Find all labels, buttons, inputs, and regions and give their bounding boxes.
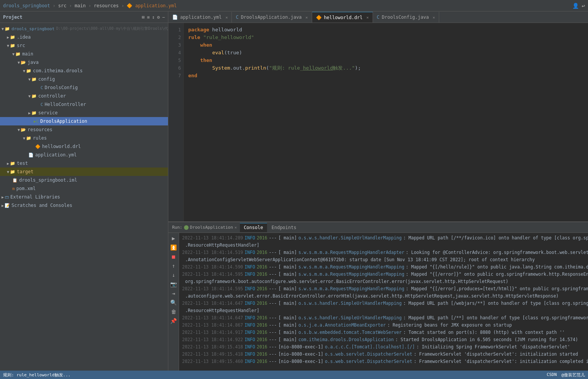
minimize-icon[interactable]: −	[162, 15, 165, 20]
top-bar: drools_springboot › src › main › resourc…	[0, 0, 588, 11]
config-label: config	[38, 76, 55, 82]
tree-item-extlibs[interactable]: ▶ 🗃 External Libraries	[0, 193, 168, 201]
chevron-icon: ▼	[28, 77, 31, 81]
sidebar: Project ⊞ ≡ ↕ ⚙ − ▼ 📁 drools_springboot …	[0, 11, 168, 371]
chevron-icon: ▶	[7, 35, 9, 39]
tab-droolsconfig[interactable]: C DroolsConfig.java ✕	[373, 12, 439, 23]
tree-item-service[interactable]: ▶ 📁 service	[0, 109, 168, 117]
applicationyml-close-button[interactable]: ✕	[225, 15, 228, 20]
tree-item-droolsconfig[interactable]: C DroolsConfig	[0, 83, 168, 92]
breadcrumb-main[interactable]: main	[75, 3, 86, 8]
breadcrumb-project[interactable]: drools_springboot	[3, 3, 50, 8]
sidebar-title: Project	[3, 15, 23, 20]
endpoints-tab-label: Endpoints	[272, 225, 296, 230]
console-body: ▶ ⏫ ■ ↑ ↓ 📷 ⇥ 🔍 🗑 📌 2022-11-13 18:41:14.…	[168, 233, 588, 371]
helloworld-close-button[interactable]: ✕	[366, 15, 369, 20]
back-icon[interactable]: ↩	[582, 3, 585, 9]
code-line-1: package helloworld	[188, 26, 583, 34]
breadcrumb-src[interactable]: src	[58, 3, 67, 8]
log-line-3: 2022-11-13 18:41:14.590 INFO 2016 --- [ …	[182, 264, 585, 271]
log-line-13: 2022-11-13 18:49:15.460 INFO 2016 --- [n…	[182, 358, 585, 365]
console-tab-label: Console	[244, 225, 263, 230]
stop-button[interactable]: ■	[170, 253, 178, 260]
service-label: service	[38, 110, 58, 115]
extlibs-label: External Libraries	[10, 194, 60, 200]
resume-button[interactable]: ⏫	[170, 244, 178, 251]
sidebar-header: Project ⊞ ≡ ↕ ⚙ −	[0, 11, 168, 23]
log-line-4b: org.springframework.boot.autoconfigure.w…	[182, 278, 585, 285]
collapse-icon[interactable]: ≡	[147, 15, 150, 20]
tree-item-config[interactable]: ▼ 📁 config	[0, 75, 168, 83]
profile-icon[interactable]: 👤	[572, 3, 579, 9]
resources-label: resources	[28, 127, 52, 132]
droolsconfig-close-button[interactable]: ✕	[433, 15, 435, 20]
pom-label: pom.xml	[16, 186, 36, 191]
clear-button[interactable]: 🗑	[170, 308, 178, 316]
app-run-name: DroolsApplication	[190, 225, 233, 230]
tree-item-controller[interactable]: ▼ 📁 controller	[0, 92, 168, 100]
tree-item-java[interactable]: ▼ 📂 java	[0, 58, 168, 67]
log-line-6b: .ResourceHttpRequestHandler]	[182, 307, 585, 314]
iml-icon: 📋	[12, 178, 18, 183]
breadcrumb-resources[interactable]: resources	[94, 3, 119, 8]
tree-item-resources[interactable]: ▼ 📂 resources	[0, 125, 168, 134]
app-run-icon	[184, 225, 189, 230]
project-folder-icon: 📁	[5, 26, 10, 31]
breadcrumb-file[interactable]: 🔶 application.yml	[127, 3, 177, 8]
java-label: java	[28, 60, 39, 65]
rerun-button[interactable]: ▶	[170, 234, 178, 242]
code-editor: 1 2 3 4 5 6 7 package helloworld rule "r…	[168, 23, 588, 221]
tree-item-idea[interactable]: ▶ 📁 .idea	[0, 33, 168, 41]
droolsapp-tab-icon: C	[236, 15, 238, 20]
sort-icon[interactable]: ↕	[152, 15, 155, 20]
tree-item-main[interactable]: ▼ 📁 main	[0, 50, 168, 58]
wrap-button[interactable]: ⇥	[170, 290, 178, 297]
main-label: main	[22, 51, 33, 57]
scroll-down-button[interactable]: ↓	[170, 271, 178, 279]
helloworld-tab-icon: 🔶	[316, 15, 322, 20]
tree-item-scratches[interactable]: ▶ 📝 Scratches and Consoles	[0, 201, 168, 210]
tree-item-rules[interactable]: ▼ 📁 rules	[0, 134, 168, 142]
tab-droolsapp[interactable]: C DroolsApplication.java ✕	[232, 12, 312, 23]
code-line-5: then	[188, 57, 583, 64]
console-output[interactable]: 2022-11-13 18:41:14.289 INFO 2016 --- [ …	[179, 233, 588, 371]
tree-item-iml[interactable]: 📋 drools_springboot.iml	[0, 176, 168, 184]
tree-item-hellocontroller[interactable]: C HelloController	[0, 100, 168, 109]
settings-icon[interactable]: ⚙	[157, 15, 160, 20]
rules-label: rules	[33, 135, 47, 141]
log-line-2b: .AnnotationConfigServletWebServerApplica…	[182, 256, 585, 264]
filter-button[interactable]: 🔍	[170, 299, 178, 306]
helloworld-drl-label: helloworld.drl	[42, 144, 81, 149]
tree-item-target[interactable]: ▼ 📁 target	[0, 168, 168, 176]
tree-item-com[interactable]: ▼ 📁 com.itheima.drools	[0, 67, 168, 75]
droolsconfig-tab-label: DroolsConfig.java	[382, 15, 429, 20]
service-folder-icon: 📁	[31, 111, 37, 115]
tree-item-droolsapp[interactable]: ▶C DroolsApplication	[0, 117, 168, 125]
chevron-icon: ▼	[7, 170, 9, 174]
tree-item-pom[interactable]: m pom.xml	[0, 184, 168, 193]
log-line-7: 2022-11-13 18:41:14.647 INFO 2016 --- [ …	[182, 314, 585, 322]
tree-item-helloworld-drl[interactable]: 🔶 helloworld.drl	[0, 142, 168, 151]
run-close-icon[interactable]: ✕	[235, 225, 237, 229]
tab-helloworld[interactable]: 🔶 helloworld.drl ✕	[312, 12, 373, 23]
tab-applicationyml[interactable]: 📄 application.yml ✕	[168, 12, 232, 23]
tree-item-root[interactable]: ▼ 📁 drools_springboot D:\00-projects\000…	[0, 24, 168, 33]
tree-item-src[interactable]: ▼ 📁 src	[0, 41, 168, 50]
tree-item-application-yml[interactable]: 📄 application.yml	[0, 151, 168, 159]
tree-item-test[interactable]: ▶ 📁 test	[0, 159, 168, 168]
log-line-1b: .ResourceHttpRequestHandler]	[182, 242, 585, 249]
droolsapp-close-button[interactable]: ✕	[306, 15, 308, 20]
pom-icon: m	[12, 186, 15, 191]
author-label: @傲装艺范儿	[561, 372, 585, 378]
camera-button[interactable]: 📷	[170, 280, 178, 288]
controller-label: controller	[38, 93, 66, 99]
scroll-up-button[interactable]: ↑	[170, 262, 178, 270]
code-content[interactable]: package helloworld rule "rule_helloworld…	[184, 23, 588, 221]
project-label: drools_springboot	[11, 26, 55, 31]
btab-endpoints[interactable]: Endpoints	[268, 223, 300, 232]
pin-button[interactable]: 📌	[170, 317, 178, 325]
sync-icon[interactable]: ⊞	[142, 15, 145, 20]
btab-console[interactable]: Console	[240, 223, 267, 232]
code-line-2: rule "rule_helloworld"	[188, 34, 583, 41]
droolsconfig-label: DroolsConfig	[45, 85, 78, 90]
